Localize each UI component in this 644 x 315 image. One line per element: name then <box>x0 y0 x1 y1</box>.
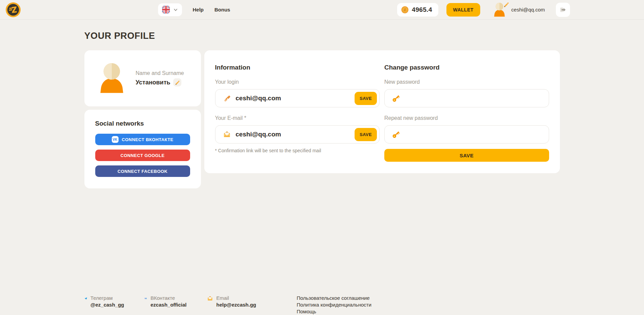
user-menu[interactable]: ceshi@qq.com <box>492 2 545 17</box>
email-confirmation-note: * Confirmation link will be sent to the … <box>215 148 380 153</box>
repeat-password-label: Repeat new password <box>384 115 549 121</box>
telegram-handle[interactable]: @ez_cash_gg <box>91 302 124 308</box>
connect-vkontakte-button[interactable]: VK CONNECT ВКОНТАКТЕ <box>95 134 190 145</box>
pencil-icon <box>175 80 180 85</box>
balance-display[interactable]: 4965.4 <box>397 3 438 17</box>
chevron-down-icon <box>173 7 178 12</box>
set-name-link[interactable]: Установить <box>136 79 171 86</box>
coin-icon <box>401 6 409 14</box>
email-input[interactable] <box>231 131 353 138</box>
email-icon <box>207 295 213 301</box>
information-title: Information <box>215 64 380 71</box>
uk-flag-icon <box>162 6 170 14</box>
balance-amount: 4965.4 <box>412 6 432 14</box>
email-contact-value[interactable]: help@ezcash.gg <box>216 302 256 308</box>
profile-card: Name and Surname Установить <box>84 50 201 106</box>
ezcash-logo[interactable] <box>5 2 21 18</box>
password-save-button[interactable]: SAVE <box>384 149 549 162</box>
footer-links: Пользовательское соглашение Политика кон… <box>297 295 371 315</box>
vk-icon: VK <box>112 136 119 143</box>
language-selector[interactable] <box>158 3 182 16</box>
nav-help[interactable]: Help <box>193 7 204 12</box>
footer-vkontakte[interactable]: VK ВКонтакте ezcash_official <box>145 295 187 308</box>
user-email: ceshi@qq.com <box>511 7 545 12</box>
new-password-input[interactable] <box>400 95 541 102</box>
connect-facebook-label: CONNECT FACEBOOK <box>118 169 168 174</box>
envelope-icon <box>223 130 231 138</box>
key-icon <box>392 94 400 102</box>
change-password-title: Change password <box>384 64 549 71</box>
logout-arrow-icon <box>560 6 566 13</box>
user-avatar <box>492 2 507 17</box>
page-title: YOUR PROFILE <box>84 31 560 41</box>
wallet-button[interactable]: WALLET <box>446 3 481 17</box>
vkontakte-handle[interactable]: ezcash_official <box>151 302 187 308</box>
login-save-button[interactable]: SAVE <box>355 92 377 105</box>
footer-link-privacy[interactable]: Политика конфиденциальности <box>297 302 371 308</box>
new-password-label: New password <box>384 79 549 85</box>
footer-link-help[interactable]: Помощь <box>297 309 371 315</box>
repeat-password-input[interactable] <box>400 131 541 138</box>
key-icon <box>392 130 400 138</box>
login-field-row: SAVE <box>215 89 380 107</box>
top-bar: Help Bonus 4965.4 WALLET ceshi@qq.com <box>0 0 644 20</box>
login-input[interactable] <box>231 95 353 102</box>
email-label: Your E-mail * <box>215 115 380 121</box>
vk-icon: VK <box>145 295 147 301</box>
login-label: Your login <box>215 79 380 85</box>
name-surname-label: Name and Surname <box>136 70 184 76</box>
telegram-icon <box>84 295 87 301</box>
profile-avatar <box>97 62 127 94</box>
connect-google-button[interactable]: CONNECT GOOGLE <box>95 150 190 161</box>
email-save-button[interactable]: SAVE <box>355 128 377 141</box>
link-icon <box>223 94 231 102</box>
connect-vkontakte-label: CONNECT ВКОНТАКТЕ <box>122 137 174 142</box>
vkontakte-label: ВКонтакте <box>151 295 187 301</box>
svg-text:VK: VK <box>145 298 147 299</box>
email-contact-label: Email <box>216 295 256 301</box>
footer-telegram[interactable]: Телеграм @ez_cash_gg <box>84 295 124 308</box>
information-section: Information Your login SAVE Your E-mail … <box>215 64 380 162</box>
footer: Телеграм @ez_cash_gg VK ВКонтакте ezcash… <box>84 295 560 315</box>
email-field-row: SAVE <box>215 125 380 143</box>
logout-button[interactable] <box>556 3 570 17</box>
settings-card: Information Your login SAVE Your E-mail … <box>204 50 560 173</box>
telegram-label: Телеграм <box>91 295 124 301</box>
footer-link-terms[interactable]: Пользовательское соглашение <box>297 295 371 301</box>
edit-pencil-icon <box>504 2 509 7</box>
social-networks-card: Social networks VK CONNECT ВКОНТАКТЕ CON… <box>84 110 201 188</box>
footer-email[interactable]: Email help@ezcash.gg <box>207 295 261 308</box>
change-password-section: Change password New password Repeat new … <box>384 64 549 162</box>
social-networks-title: Social networks <box>95 120 190 127</box>
edit-name-button[interactable] <box>173 78 181 86</box>
repeat-password-row <box>384 125 549 143</box>
connect-google-label: CONNECT GOOGLE <box>121 153 165 158</box>
nav-bonus[interactable]: Bonus <box>214 7 230 12</box>
new-password-row <box>384 89 549 107</box>
connect-facebook-button[interactable]: CONNECT FACEBOOK <box>95 165 190 177</box>
